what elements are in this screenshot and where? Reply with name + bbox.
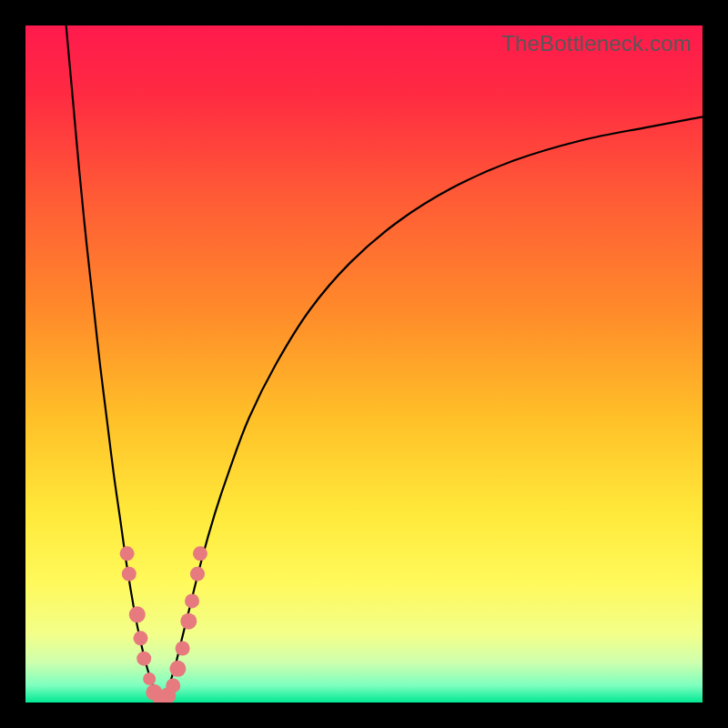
curve-left-branch [66, 25, 161, 703]
data-marker [180, 613, 197, 630]
data-marker [120, 546, 135, 561]
data-marker [169, 661, 186, 677]
curve-layer [25, 25, 703, 703]
data-marker [166, 678, 180, 693]
data-marker [143, 672, 156, 685]
data-marker [185, 593, 199, 608]
data-marker [133, 631, 147, 645]
data-marker [136, 652, 151, 666]
curve-right-branch [161, 116, 703, 703]
watermark-text: TheBottleneck.com [501, 31, 692, 56]
plot-area: TheBottleneck.com [25, 25, 703, 703]
data-marker [193, 546, 207, 561]
data-marker [122, 567, 136, 581]
data-marker [176, 641, 190, 655]
outer-frame: TheBottleneck.com [0, 0, 728, 728]
data-marker [190, 567, 205, 581]
marker-group [120, 546, 207, 703]
data-marker [129, 606, 146, 622]
